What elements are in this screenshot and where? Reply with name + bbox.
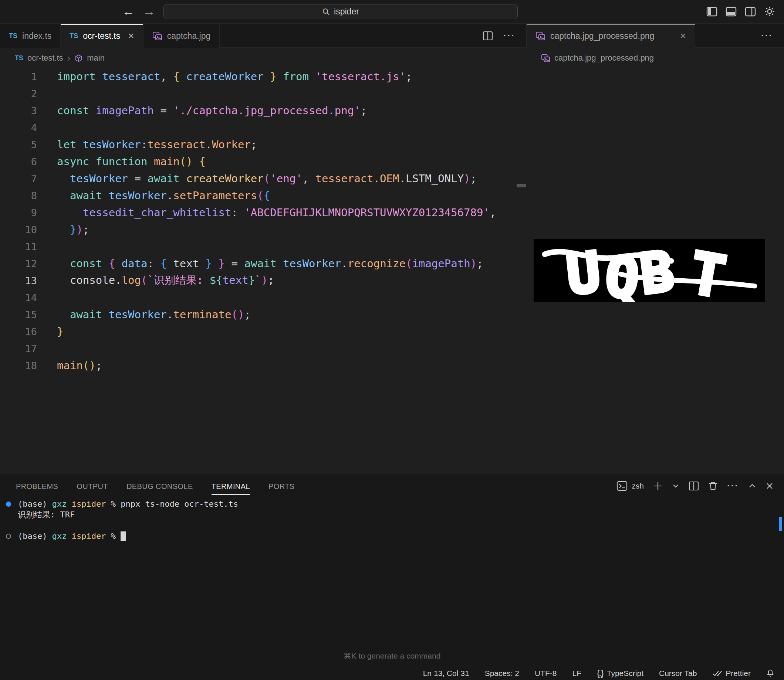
- typescript-file-icon: TS: [9, 32, 17, 40]
- panel-tab-output[interactable]: OUTPUT: [77, 482, 108, 495]
- more-actions-icon[interactable]: ···: [503, 30, 515, 41]
- status-cursor-position[interactable]: Ln 13, Col 31: [423, 669, 469, 678]
- tab-index-ts[interactable]: TS index.ts: [0, 24, 61, 48]
- kill-terminal-trash-icon[interactable]: [708, 481, 718, 491]
- terminal-profile-chevron-down-icon[interactable]: [672, 482, 679, 490]
- maximize-panel-chevron-up-icon[interactable]: [748, 482, 756, 490]
- new-terminal-plus-icon[interactable]: [653, 481, 663, 491]
- tab-captcha-jpg-processed-png[interactable]: captcha.jpg_processed.png ×: [527, 24, 695, 48]
- code-line[interactable]: 10 });: [0, 221, 526, 238]
- code-text: const { data: { text } } = await tesWork…: [57, 257, 483, 270]
- command-status-icon: [6, 534, 18, 539]
- status-cursor-tab[interactable]: Cursor Tab: [659, 669, 697, 678]
- image-file-icon: [152, 31, 162, 41]
- back-button[interactable]: ←: [122, 3, 135, 19]
- tab-label: ocr-test.ts: [83, 31, 120, 41]
- toggle-secondary-sidebar-icon[interactable]: [745, 7, 756, 17]
- status-indentation[interactable]: Spaces: 2: [485, 669, 519, 678]
- split-terminal-icon[interactable]: [689, 481, 699, 491]
- more-actions-icon[interactable]: ···: [761, 30, 773, 41]
- breadcrumb-file[interactable]: captcha.jpg_processed.png: [554, 53, 654, 63]
- line-number: 10: [0, 224, 37, 235]
- symbol-module-icon: [74, 54, 83, 63]
- terminal-line: (base) gxz ispider % pnpx ts-node ocr-te…: [6, 499, 238, 509]
- forward-button[interactable]: →: [143, 3, 155, 19]
- svg-text:U: U: [563, 239, 603, 302]
- code-line[interactable]: 12 const { data: { text } } = await tesW…: [0, 255, 526, 272]
- code-line[interactable]: 4: [0, 119, 526, 136]
- breadcrumb[interactable]: captcha.jpg_processed.png: [541, 48, 654, 68]
- code-line[interactable]: 18main();: [0, 357, 526, 374]
- breadcrumb-file[interactable]: ocr-test.ts: [27, 53, 63, 63]
- split-editor-icon[interactable]: [483, 31, 493, 41]
- status-encoding[interactable]: UTF-8: [535, 669, 557, 678]
- line-number: 8: [0, 190, 37, 201]
- code-text: main();: [57, 359, 102, 372]
- breadcrumb[interactable]: TS ocr-test.ts › main: [15, 48, 105, 68]
- panel-tab-terminal[interactable]: TERMINAL: [211, 482, 250, 495]
- code-line[interactable]: 11: [0, 238, 526, 255]
- code-line[interactable]: 9 tessedit_char_whitelist: 'ABCDEFGHIJKL…: [0, 204, 526, 221]
- breadcrumb-symbol[interactable]: main: [87, 53, 105, 63]
- line-number: 15: [0, 309, 37, 320]
- code-line[interactable]: 1import tesseract, { createWorker } from…: [0, 68, 526, 85]
- tab-captcha-jpg[interactable]: captcha.jpg: [144, 24, 220, 48]
- breadcrumbs-row: TS ocr-test.ts › main captcha.jpg_proces…: [0, 48, 784, 68]
- indent-guide: [70, 204, 70, 221]
- panel-tab-debug-console[interactable]: DEBUG CONSOLE: [126, 482, 193, 495]
- settings-gear-icon[interactable]: [764, 6, 775, 17]
- more-actions-icon[interactable]: ···: [727, 480, 739, 491]
- code-line[interactable]: 16}: [0, 323, 526, 340]
- command-center-search[interactable]: ispider: [164, 4, 518, 19]
- panel-tab-ports[interactable]: PORTS: [268, 482, 295, 495]
- line-number: 2: [0, 88, 37, 99]
- code-text: await tesWorker.terminate();: [57, 308, 251, 321]
- close-icon[interactable]: ×: [128, 31, 134, 41]
- terminal-hint: ⌘K to generate a command: [0, 652, 784, 660]
- braces-icon: {}: [597, 669, 604, 678]
- code-line[interactable]: 5let tesWorker:tesseract.Worker;: [0, 136, 526, 153]
- image-preview-editor: U Q B T: [526, 68, 784, 474]
- line-number: 12: [0, 258, 37, 269]
- line-number: 6: [0, 156, 37, 167]
- code-line[interactable]: 17: [0, 340, 526, 357]
- status-language[interactable]: {} TypeScript: [597, 669, 644, 678]
- terminal-lines[interactable]: (base) gxz ispider % pnpx ts-node ocr-te…: [6, 499, 238, 541]
- code-line[interactable]: 8 await tesWorker.setParameters({: [0, 187, 526, 204]
- code-text: async function main() {: [57, 155, 206, 168]
- terminal-scroll-indicator[interactable]: [779, 517, 782, 531]
- notifications-bell[interactable]: [766, 669, 775, 678]
- toggle-primary-sidebar-icon[interactable]: [706, 7, 718, 17]
- captcha-image: U Q B T: [534, 239, 765, 302]
- close-panel-icon[interactable]: [765, 482, 774, 490]
- code-text: });: [57, 223, 89, 236]
- panel-tab-problems[interactable]: PROBLEMS: [16, 482, 58, 495]
- toggle-panel-icon[interactable]: [726, 7, 737, 17]
- code-line[interactable]: 6async function main() {: [0, 153, 526, 170]
- code-text: tessedit_char_whitelist: 'ABCDEFGHIJKLMN…: [57, 206, 496, 219]
- search-value: ispider: [334, 7, 359, 17]
- code-line[interactable]: 3const imagePath = './captcha.jpg_proces…: [0, 102, 526, 119]
- line-number: 1: [0, 71, 37, 82]
- line-number: 16: [0, 326, 37, 337]
- line-number: 14: [0, 292, 37, 304]
- editor-scrollbar-thumb[interactable]: [517, 184, 526, 187]
- tab-label: captcha.jpg: [167, 31, 211, 41]
- shell-label[interactable]: zsh: [632, 482, 644, 490]
- terminal-cursor: [121, 531, 126, 541]
- bottom-panel: PROBLEMS OUTPUT DEBUG CONSOLE TERMINAL P…: [0, 474, 784, 666]
- code-line[interactable]: 13 console.log(`识别结果: ${text}`);: [0, 272, 526, 289]
- code-line[interactable]: 14: [0, 289, 526, 306]
- status-eol[interactable]: LF: [573, 669, 582, 678]
- close-icon[interactable]: ×: [680, 31, 686, 41]
- terminal-shell-icon: [617, 481, 628, 491]
- code-text: console.log(`识别结果: ${text}`);: [57, 273, 274, 288]
- code-line[interactable]: 2: [0, 85, 526, 102]
- tab-ocr-test-ts[interactable]: TS ocr-test.ts ×: [61, 24, 143, 48]
- code-line[interactable]: 15 await tesWorker.terminate();: [0, 306, 526, 323]
- right-editor-group-tabs: captcha.jpg_processed.png × ···: [526, 24, 784, 47]
- line-number: 11: [0, 241, 37, 252]
- code-line[interactable]: 7 tesWorker = await createWorker('eng', …: [0, 170, 526, 187]
- status-formatter[interactable]: Prettier: [712, 669, 751, 678]
- code-editor[interactable]: 1import tesseract, { createWorker } from…: [0, 68, 526, 474]
